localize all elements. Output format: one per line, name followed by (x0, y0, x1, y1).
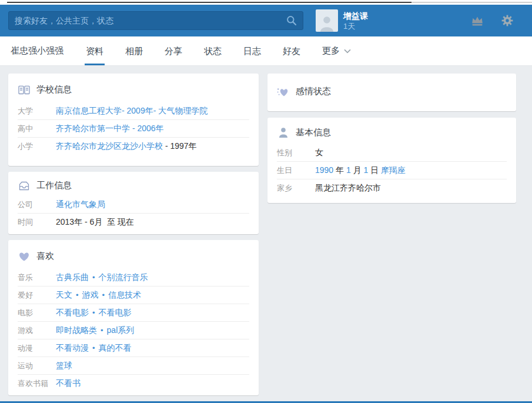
info-row: 动漫不看动漫•真的不看 (18, 339, 249, 357)
crown-icon[interactable] (471, 15, 484, 26)
school-info-rows: 大学南京信息工程大学- 2009年- 大气物理学院高中齐齐哈尔市第一中学 - 2… (18, 102, 249, 155)
info-row: 爱好天文•游戏•信息技术 (18, 287, 249, 304)
field-link[interactable]: 南京信息工程大学- 2009年- 大气物理学院 (56, 106, 208, 115)
field-value: 不看书 (56, 378, 81, 389)
chevron-down-icon (344, 49, 351, 54)
tab-more-label: 更多 (322, 45, 340, 56)
profile-name[interactable]: 崔忠强小强强 (11, 45, 63, 56)
card-title: 基本信息 (296, 127, 331, 138)
tab-share[interactable]: 分享 (165, 36, 182, 65)
tab-blog[interactable]: 日志 (243, 36, 261, 65)
bullet-separator: • (92, 273, 95, 282)
bullet-separator: • (92, 308, 95, 317)
field-label: 大学 (18, 106, 56, 116)
search-icon[interactable] (286, 15, 297, 26)
heart-icon (18, 251, 30, 262)
user-meta: 增益课 1天 (343, 11, 368, 31)
tab-more[interactable]: 更多 (322, 45, 351, 56)
field-value: 齐齐哈尔市龙沙区龙沙小学校 - 1997年 (56, 141, 197, 152)
field-label: 生日 (277, 165, 315, 176)
field-link[interactable]: 天文 (56, 290, 72, 299)
field-link[interactable]: 1 (346, 165, 351, 175)
field-link[interactable]: 真的不看 (99, 343, 132, 352)
work-info-card: 工作信息 公司通化市气象局时间2013年 - 6月 至 现在 (8, 172, 259, 234)
card-title: 喜欢 (36, 251, 54, 262)
info-row: 家乡黑龙江齐齐哈尔市 (277, 179, 507, 197)
search-input[interactable] (15, 16, 286, 25)
nav-tabs: 资料相册分享状态日志好友 (86, 36, 322, 65)
gear-icon[interactable] (501, 15, 513, 26)
tab-status[interactable]: 状态 (204, 36, 222, 65)
info-row: 大学南京信息工程大学- 2009年- 大气物理学院 (18, 102, 249, 120)
info-row: 音乐古典乐曲•个别流行音乐 (18, 269, 249, 287)
field-text: 月 (351, 165, 364, 175)
field-label: 性别 (277, 148, 315, 158)
avatar[interactable] (316, 9, 338, 32)
work-info-rows: 公司通化市气象局时间2013年 - 6月 至 现在 (18, 196, 249, 231)
basic-info-card: 基本信息 性别女生日1990 年 1 月 1 日 摩羯座家乡黑龙江齐齐哈尔市 (267, 118, 516, 203)
field-link[interactable]: 不看动漫 (56, 343, 89, 352)
field-link[interactable]: 通化市气象局 (56, 199, 105, 209)
field-link[interactable]: 个别流行音乐 (99, 272, 148, 282)
field-label: 家乡 (277, 183, 315, 194)
field-value: 天文•游戏•信息技术 (56, 290, 141, 301)
info-row: 运动篮球 (18, 357, 249, 375)
field-link[interactable]: 篮球 (56, 361, 72, 370)
info-row: 游戏即时战略类•pal系列 (18, 322, 249, 339)
tab-profile[interactable]: 资料 (86, 36, 103, 65)
heart-sparkle-icon (277, 86, 289, 97)
tab-album[interactable]: 相册 (125, 36, 143, 65)
user-name: 增益课 (343, 11, 368, 21)
relationship-status-card: 感情状态 (267, 74, 516, 111)
bullet-separator: • (92, 344, 95, 352)
card-header: 基本信息 (277, 118, 507, 144)
school-info-card: 学校信息 大学南京信息工程大学- 2009年- 大气物理学院高中齐齐哈尔市第一中… (8, 74, 259, 166)
field-text: 黑龙江齐齐哈尔市 (315, 183, 381, 192)
field-link[interactable]: 信息技术 (108, 290, 141, 299)
field-link[interactable]: 摩羯座 (381, 165, 406, 175)
info-row: 生日1990 年 1 月 1 日 摩羯座 (277, 162, 507, 179)
field-link[interactable]: 1990 (315, 165, 333, 175)
right-column: 感情状态 基本信息 性别女生日1990 年 1 月 1 日 摩羯座家乡黑龙江齐齐… (267, 74, 516, 401)
field-value: 篮球 (56, 361, 72, 371)
info-row: 电影不看电影•不看电影 (18, 304, 249, 322)
likes-card: 喜欢 音乐古典乐曲•个别流行音乐爱好天文•游戏•信息技术电影不看电影•不看电影游… (8, 240, 259, 395)
field-link[interactable]: 不看电影 (99, 308, 132, 317)
field-label: 音乐 (18, 272, 56, 283)
window-edge-line-light (411, 2, 532, 3)
field-label: 游戏 (18, 325, 56, 336)
card-title: 学校信息 (36, 84, 72, 95)
window-edge-line (7, 2, 411, 3)
field-link[interactable]: 游戏 (82, 290, 99, 299)
field-value: 不看电影•不看电影 (56, 308, 132, 318)
field-link[interactable]: 齐齐哈尔市第一中学 - 2006年 (56, 124, 164, 133)
info-row: 小学齐齐哈尔市龙沙区龙沙小学校 - 1997年 (18, 138, 249, 155)
field-label: 电影 (18, 308, 56, 318)
info-row: 时间2013年 - 6月 至 现在 (18, 214, 249, 231)
card-header: 感情状态 (277, 74, 507, 109)
card-header: 喜欢 (18, 240, 249, 269)
field-text: 年 (333, 165, 346, 175)
field-link[interactable]: 即时战略类 (56, 325, 97, 335)
tab-friends[interactable]: 好友 (283, 36, 300, 65)
current-user-block[interactable]: 增益课 1天 (316, 9, 368, 32)
field-link[interactable]: 不看电影 (56, 308, 89, 317)
window-top-strip (0, 0, 532, 5)
field-value: 齐齐哈尔市第一中学 - 2006年 (56, 124, 164, 134)
field-value: 南京信息工程大学- 2009年- 大气物理学院 (56, 106, 208, 116)
info-row: 公司通化市气象局 (18, 196, 249, 214)
field-label: 爱好 (18, 290, 56, 301)
field-link[interactable]: 齐齐哈尔市龙沙区龙沙小学校 (56, 141, 163, 151)
field-link[interactable]: 古典乐曲 (56, 272, 89, 282)
field-link[interactable]: pal系列 (107, 325, 135, 335)
field-link[interactable]: 不看书 (56, 378, 81, 388)
search-box[interactable] (8, 11, 303, 30)
field-label: 运动 (18, 361, 56, 371)
card-title: 感情状态 (296, 86, 331, 97)
field-label: 小学 (18, 141, 56, 152)
field-label: 时间 (18, 217, 56, 228)
open-book-icon (18, 85, 30, 95)
top-header-bar: 增益课 1天 (0, 5, 532, 36)
header-actions (471, 15, 524, 26)
field-text: 日 (368, 165, 381, 175)
